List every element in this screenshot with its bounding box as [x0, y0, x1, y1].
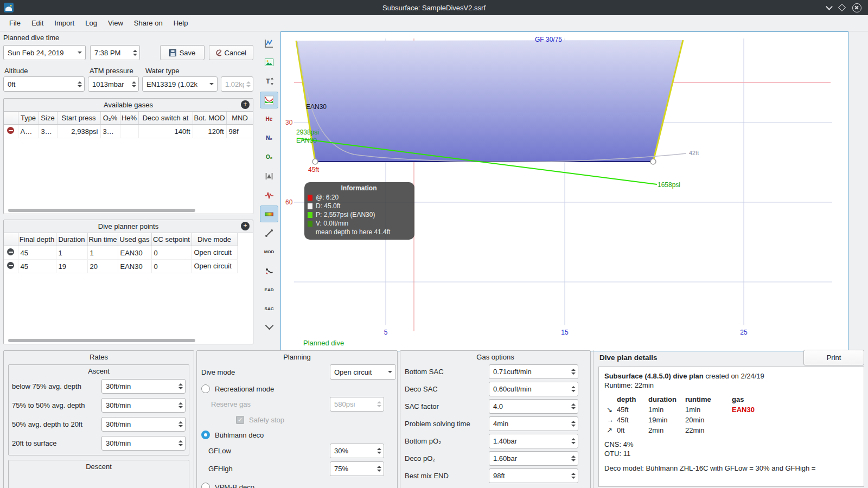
delete-point-icon[interactable]: [7, 262, 14, 269]
profile-scale-icon[interactable]: [260, 35, 278, 52]
profile-handle[interactable]: [650, 159, 656, 164]
point-depth-cell[interactable]: 45: [18, 246, 56, 260]
temperature-icon[interactable]: T: [260, 73, 278, 89]
profile-handle[interactable]: [312, 159, 318, 164]
vpmb-deco-label: VPM-B deco: [215, 483, 254, 488]
sac-icon[interactable]: SAC: [260, 300, 278, 317]
heart-rate-icon[interactable]: [260, 187, 278, 203]
vpmb-deco-radio[interactable]: [201, 483, 210, 488]
point-mode-cell[interactable]: Open circuit: [192, 246, 237, 260]
gas-size-cell[interactable]: 3…: [39, 125, 57, 138]
scroll-down-icon[interactable]: [265, 322, 273, 330]
add-gas-button[interactable]: +: [241, 100, 250, 109]
ascent-rate-50-spinner[interactable]: 30ft/min: [101, 398, 186, 413]
ead-icon[interactable]: EAD: [260, 281, 278, 298]
water-type-label: Water type: [145, 67, 179, 75]
atm-pressure-spinner[interactable]: 1013mbar: [88, 76, 139, 92]
point-gas-cell[interactable]: EAN30: [118, 246, 151, 260]
descent-group: Descent: [8, 460, 189, 488]
ascent-rate-20ft-spinner[interactable]: 30ft/min: [101, 417, 186, 432]
gf-label: GF 30/75: [535, 36, 562, 43]
point-duration-cell[interactable]: 1: [56, 246, 87, 260]
dive-date-select[interactable]: Sun Feb 24, 2019: [3, 45, 86, 60]
deco-po2-spinner[interactable]: 1.60bar: [489, 451, 578, 466]
ruler-icon[interactable]: [260, 224, 278, 241]
gfhigh-label: GFHigh: [208, 465, 233, 473]
rate-label: 20ft to surface: [12, 439, 56, 447]
ascent-rate-surface-spinner[interactable]: 30ft/min: [101, 436, 186, 451]
add-point-button[interactable]: +: [241, 222, 250, 230]
point-gas-cell[interactable]: EAN30: [118, 260, 151, 273]
point-runtime-cell[interactable]: 1: [87, 246, 118, 260]
point-depth-cell[interactable]: 45: [18, 260, 56, 273]
tooltip-mean-depth: mean depth to here 41.4ft: [308, 228, 410, 236]
mod-icon[interactable]: MOD: [260, 243, 278, 260]
point-runtime-cell[interactable]: 20: [87, 260, 118, 273]
sac-factor-spinner[interactable]: 4.0: [489, 399, 578, 414]
tissues-icon[interactable]: [260, 168, 278, 184]
pp-n2-icon[interactable]: N₂: [260, 130, 278, 146]
gflow-label: GFLow: [208, 447, 231, 455]
level-arrow-icon: →: [607, 415, 617, 425]
menu-share-on[interactable]: Share on: [129, 17, 168, 29]
ascent-rate-75-spinner[interactable]: 30ft/min: [101, 379, 186, 394]
tank-pressure-icon[interactable]: [260, 206, 278, 222]
point-setpoint-cell[interactable]: 0: [151, 246, 192, 260]
pp-o2-icon[interactable]: O₂: [260, 149, 278, 165]
gas-he-cell[interactable]: [120, 125, 138, 138]
menu-view[interactable]: View: [103, 17, 128, 29]
delete-gas-icon[interactable]: [7, 127, 14, 134]
point-setpoint-cell[interactable]: 0: [151, 260, 192, 273]
delete-point-icon[interactable]: [7, 248, 14, 255]
altitude-spinner[interactable]: 0ft: [3, 76, 85, 92]
point-mode-cell[interactable]: Open circuit: [192, 260, 237, 273]
menu-file[interactable]: File: [4, 17, 25, 29]
dive-mode-label: Dive mode: [201, 368, 235, 376]
deco-sac-spinner[interactable]: 0.60cuft/min: [489, 382, 578, 396]
points-horizontal-scrollbar[interactable]: [8, 339, 195, 342]
plan-created-rest: created on 2/24/19: [704, 372, 764, 380]
minimize-icon[interactable]: [826, 3, 833, 10]
close-icon[interactable]: [852, 3, 861, 12]
depth-area: [296, 40, 683, 162]
cancel-button[interactable]: Cancel: [209, 45, 253, 60]
gas-mnd-cell[interactable]: 98f: [226, 125, 253, 138]
problem-time-spinner[interactable]: 4min: [489, 416, 578, 431]
profile-info-tooltip[interactable]: Information @: 6:20 D: 45.0ft P: 2,557ps…: [304, 182, 414, 240]
gas-type-cell[interactable]: A…: [18, 125, 39, 138]
menu-help[interactable]: Help: [169, 17, 193, 29]
menu-log[interactable]: Log: [80, 17, 102, 29]
gases-horizontal-scrollbar[interactable]: [8, 209, 195, 212]
gflow-spinner[interactable]: 30%: [330, 444, 384, 458]
plan-col-gas: gas: [732, 394, 764, 404]
gas-botmod-cell[interactable]: 120ft: [193, 125, 226, 138]
dive-time-spinner[interactable]: 7:38 PM: [90, 45, 140, 60]
recreational-mode-radio[interactable]: [201, 384, 210, 393]
photos-icon[interactable]: [260, 54, 278, 70]
safety-stop-label: Safety stop: [249, 416, 284, 424]
save-button[interactable]: Save: [160, 45, 205, 60]
gas-decoswitch-cell[interactable]: 140ft: [138, 125, 193, 138]
gas-o2-cell[interactable]: 3…: [100, 125, 120, 138]
bottom-po2-spinner[interactable]: 1.40bar: [489, 434, 578, 448]
bottom-sac-spinner[interactable]: 0.71cuft/min: [489, 364, 578, 379]
diver-icon[interactable]: [260, 262, 278, 279]
pp-he-icon[interactable]: He: [260, 111, 278, 127]
maximize-icon[interactable]: [838, 4, 846, 11]
depth-value-chip: [308, 203, 312, 209]
water-type-select[interactable]: EN13319 (1.02k: [142, 76, 218, 92]
tooltip-pressure: P: 2,557psi (EAN30): [316, 210, 375, 219]
menu-import[interactable]: Import: [49, 17, 79, 29]
best-mix-end-spinner[interactable]: 98ft: [489, 468, 578, 483]
gas-startpress-cell[interactable]: 2,938psi: [57, 125, 100, 138]
buhlmann-deco-radio[interactable]: [201, 431, 210, 439]
dive-mode-select[interactable]: Open circuit: [330, 364, 396, 380]
plan-segment-row: ↗ 0ft 2min 22min: [607, 425, 764, 435]
print-button[interactable]: Print: [803, 350, 864, 365]
menu-edit[interactable]: Edit: [27, 17, 48, 29]
gfhigh-spinner[interactable]: 75%: [330, 461, 384, 476]
point-duration-cell[interactable]: 19: [56, 260, 87, 273]
gases-col-startpress: Start press: [57, 112, 100, 125]
gas-label: EAN30: [306, 103, 327, 111]
ceiling-icon[interactable]: [260, 92, 278, 108]
